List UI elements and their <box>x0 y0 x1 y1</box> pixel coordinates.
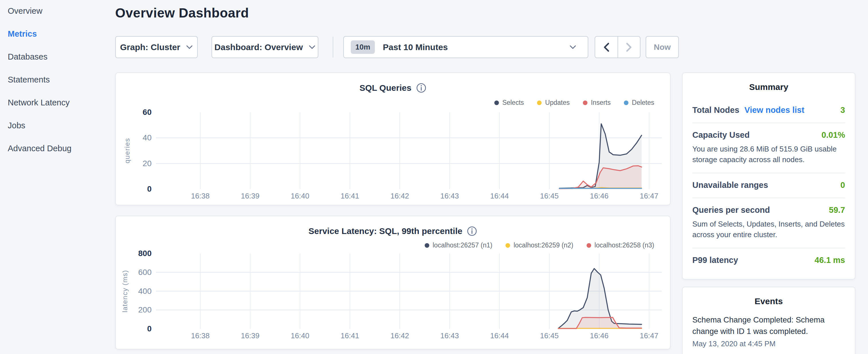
svg-text:16:46: 16:46 <box>590 192 608 200</box>
legend-dot-icon <box>505 243 510 248</box>
legend-dot-icon <box>587 243 591 248</box>
summary-row-label: Total Nodes <box>692 105 739 115</box>
legend-item[interactable]: localhost:26258 (n3) <box>587 242 654 249</box>
svg-text:20: 20 <box>143 159 152 168</box>
graph-scope-dropdown[interactable]: Graph: Cluster <box>115 36 198 58</box>
page-title: Overview Dashboard <box>115 5 249 21</box>
legend-dot-icon <box>624 100 628 105</box>
svg-text:16:46: 16:46 <box>590 331 608 340</box>
events-heading: Events <box>683 296 855 306</box>
sidebar-item-advanced-debug[interactable]: Advanced Debug <box>0 137 115 160</box>
sidebar-item-databases[interactable]: Databases <box>0 46 115 69</box>
legend-label: Selects <box>502 99 524 106</box>
sidebar: Overview Metrics Databases Statements Ne… <box>0 0 115 160</box>
svg-text:60: 60 <box>143 108 152 117</box>
legend-item[interactable]: Deletes <box>624 99 654 106</box>
summary-row-total-nodes: Total Nodes View nodes list 3 <box>692 98 845 123</box>
sidebar-item-network-latency[interactable]: Network Latency <box>0 92 115 115</box>
time-step-forward-button[interactable] <box>618 37 640 58</box>
svg-text:400: 400 <box>138 287 152 296</box>
legend-item[interactable]: Selects <box>494 99 524 106</box>
summary-row-description: Sum of Selects, Updates, Inserts, and De… <box>692 219 845 240</box>
legend-dot-icon <box>494 100 499 105</box>
svg-text:16:47: 16:47 <box>640 192 658 200</box>
legend-dot-icon <box>425 243 429 248</box>
svg-text:16:41: 16:41 <box>340 192 359 200</box>
time-range-badge: 10m <box>351 40 375 54</box>
sidebar-item-overview[interactable]: Overview <box>0 0 115 23</box>
summary-row-description: You are using 28.6 MiB of 515.9 GiB usab… <box>692 144 845 165</box>
chart-title: Service Latency: SQL, 99th percentile <box>309 226 463 236</box>
event-message: Schema Change Completed: Schema change w… <box>692 314 845 337</box>
summary-row-queries-per-second: Queries per second 59.7 Sum of Selects, … <box>692 198 845 248</box>
svg-text:16:38: 16:38 <box>191 331 210 340</box>
svg-text:16:38: 16:38 <box>191 192 210 200</box>
event-list-item[interactable]: Schema Change Completed: Schema change w… <box>692 314 845 348</box>
y-axis-title: queries <box>123 138 131 163</box>
legend-item[interactable]: localhost:26259 (n2) <box>505 242 573 249</box>
chevron-down-icon <box>186 45 193 50</box>
summary-row-p99-latency: P99 latency 46.1 ms <box>692 248 845 273</box>
svg-text:16:45: 16:45 <box>540 192 559 200</box>
chevron-down-icon <box>309 45 315 50</box>
svg-text:40: 40 <box>143 133 152 142</box>
svg-text:16:41: 16:41 <box>340 331 359 340</box>
summary-row-value: 0.01% <box>822 130 845 140</box>
dashboard-dropdown-label: Dashboard: Overview <box>214 42 303 52</box>
chart-legend: localhost:26257 (n1)localhost:26259 (n2)… <box>425 242 654 249</box>
summary-row-value: 46.1 ms <box>815 255 845 265</box>
svg-text:600: 600 <box>138 268 152 277</box>
svg-text:16:45: 16:45 <box>540 331 559 340</box>
svg-text:16:40: 16:40 <box>290 331 309 340</box>
chevron-right-icon <box>626 42 632 52</box>
legend-label: Updates <box>545 99 570 106</box>
summary-row-capacity-used: Capacity Used 0.01% You are using 28.6 M… <box>692 123 845 173</box>
service-latency-chart-card: Service Latency: SQL, 99th percentile lo… <box>115 216 671 349</box>
svg-text:0: 0 <box>147 324 152 333</box>
time-range-selector[interactable]: 10m Past 10 Minutes <box>343 36 588 58</box>
summary-row-value: 59.7 <box>829 205 845 215</box>
y-axis-title: latency (ms) <box>121 270 129 313</box>
summary-row-label: Capacity Used <box>692 130 750 140</box>
sidebar-item-metrics[interactable]: Metrics <box>0 23 115 46</box>
legend-label: localhost:26258 (n3) <box>595 242 654 249</box>
legend-label: localhost:26259 (n2) <box>514 242 573 249</box>
legend-label: Deletes <box>632 99 654 106</box>
svg-text:200: 200 <box>138 305 152 314</box>
svg-text:16:39: 16:39 <box>241 331 259 340</box>
summary-row-value: 0 <box>840 181 845 190</box>
legend-item[interactable]: localhost:26257 (n1) <box>425 242 492 249</box>
svg-text:16:42: 16:42 <box>390 192 409 200</box>
legend-dot-icon <box>537 100 541 105</box>
toolbar-divider <box>333 37 333 58</box>
legend-item[interactable]: Inserts <box>583 99 611 106</box>
sidebar-item-jobs[interactable]: Jobs <box>0 115 115 137</box>
sidebar-item-statements[interactable]: Statements <box>0 69 115 92</box>
svg-text:16:42: 16:42 <box>390 331 409 340</box>
chevron-left-icon <box>603 42 610 52</box>
dashboard-dropdown[interactable]: Dashboard: Overview <box>212 36 318 58</box>
chevron-down-icon <box>569 45 576 50</box>
now-button[interactable]: Now <box>646 36 679 58</box>
time-range-label: Past 10 Minutes <box>383 42 564 52</box>
sql-queries-chart[interactable]: 020406016:3816:3916:4016:4116:4216:4316:… <box>116 107 671 205</box>
info-icon[interactable] <box>467 226 477 236</box>
chart-legend: SelectsUpdatesInsertsDeletes <box>494 99 654 106</box>
svg-text:16:43: 16:43 <box>440 331 459 340</box>
summary-heading: Summary <box>683 82 855 92</box>
summary-row-label: Unavailable ranges <box>692 181 768 190</box>
graph-scope-dropdown-label: Graph: Cluster <box>120 42 180 52</box>
summary-panel: Summary Total Nodes View nodes list 3 Ca… <box>682 72 856 280</box>
info-icon[interactable] <box>416 83 426 93</box>
svg-text:16:44: 16:44 <box>490 331 509 340</box>
svg-text:16:44: 16:44 <box>490 192 509 200</box>
summary-row-unavailable-ranges: Unavailable ranges 0 <box>692 173 845 198</box>
chart-title: SQL Queries <box>359 83 411 93</box>
summary-row-value: 3 <box>840 105 845 115</box>
svg-text:16:47: 16:47 <box>640 331 658 340</box>
svg-text:16:39: 16:39 <box>241 192 259 200</box>
legend-item[interactable]: Updates <box>537 99 570 106</box>
service-latency-chart[interactable]: 020040060080016:3816:3916:4016:4116:4216… <box>116 249 671 347</box>
time-step-back-button[interactable] <box>595 37 618 58</box>
view-nodes-list-link[interactable]: View nodes list <box>744 105 804 115</box>
